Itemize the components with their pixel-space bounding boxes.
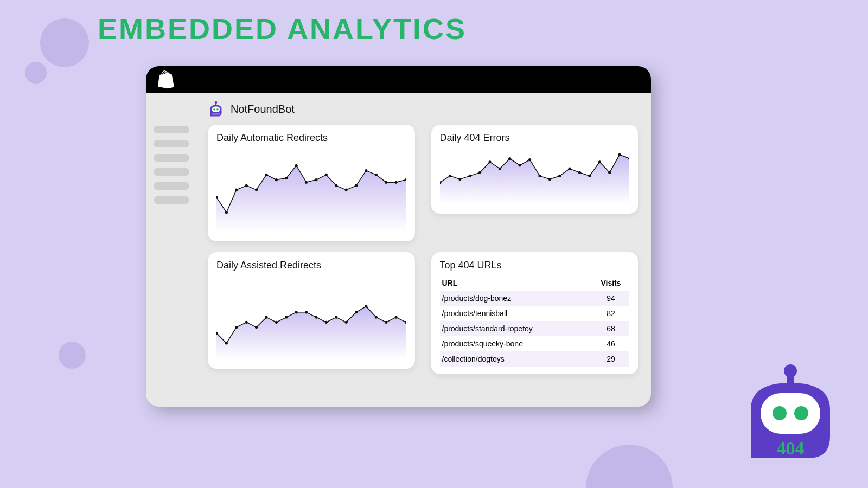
cell-visits: 46: [595, 339, 627, 348]
card-assisted-redirects: Daily Assisted Redirects: [208, 252, 415, 369]
table-row[interactable]: /products/standard-ropetoy68: [440, 321, 630, 336]
sidebar: [146, 93, 197, 407]
svg-point-10: [255, 189, 258, 191]
svg-point-41: [588, 175, 591, 177]
svg-point-51: [265, 316, 267, 319]
svg-point-18: [335, 184, 337, 187]
table-header: URL Visits: [440, 275, 630, 291]
svg-point-48: [235, 326, 238, 329]
svg-point-39: [568, 167, 571, 170]
svg-point-16: [315, 178, 317, 181]
card-top-404-urls: Top 404 URLs URL Visits /products/dog-bo…: [431, 252, 639, 374]
cell-url: /collection/dogtoys: [442, 355, 595, 363]
svg-point-9: [245, 184, 248, 187]
table-row[interactable]: /products/squeeky-bone46: [440, 336, 630, 351]
svg-point-11: [265, 174, 267, 176]
sidebar-item[interactable]: [154, 168, 189, 176]
card-title: Daily Automatic Redirects: [216, 132, 406, 144]
sidebar-item[interactable]: [154, 196, 189, 204]
svg-rect-67: [787, 375, 794, 384]
svg-rect-5: [212, 113, 220, 116]
svg-point-60: [355, 311, 358, 313]
svg-point-14: [295, 164, 298, 167]
svg-rect-68: [761, 393, 820, 434]
col-visits-header: Visits: [595, 279, 627, 287]
svg-point-20: [355, 184, 358, 187]
chart-404-errors: [440, 148, 630, 204]
card-title: Daily 404 Errors: [440, 132, 630, 144]
svg-point-58: [335, 316, 337, 319]
svg-point-28: [458, 178, 461, 181]
svg-point-22: [375, 174, 378, 176]
svg-point-53: [285, 316, 288, 319]
notfoundbot-icon: [208, 101, 224, 117]
table-row[interactable]: /collection/dogtoys29: [440, 351, 630, 367]
svg-point-31: [488, 160, 491, 163]
svg-point-37: [548, 178, 551, 181]
cell-visits: 82: [595, 309, 627, 318]
notfoundbot-logo-large: 404: [744, 363, 837, 466]
svg-point-3: [213, 108, 215, 111]
chart-assisted-redirects: [216, 275, 406, 359]
svg-point-34: [518, 164, 521, 166]
svg-point-13: [285, 177, 288, 179]
card-title: Top 404 URLs: [440, 260, 630, 271]
decorative-circle: [40, 18, 89, 67]
svg-point-59: [345, 321, 348, 324]
svg-point-19: [345, 189, 348, 191]
decorative-circle: [586, 445, 673, 488]
table-row[interactable]: /products/dog-bonez94: [440, 291, 630, 306]
svg-point-17: [325, 174, 328, 176]
svg-point-35: [528, 158, 531, 161]
svg-point-61: [365, 305, 367, 308]
chart-auto-redirects: [216, 148, 406, 232]
svg-point-4: [216, 108, 219, 111]
cell-url: /products/dog-bonez: [442, 294, 595, 303]
svg-point-69: [773, 406, 787, 420]
svg-point-42: [598, 160, 601, 163]
top-urls-table: URL Visits /products/dog-bonez94/product…: [440, 275, 630, 367]
svg-point-55: [305, 311, 308, 313]
cell-url: /products/tennisball: [442, 309, 595, 318]
svg-point-50: [255, 326, 258, 329]
cell-url: /products/standard-ropetoy: [442, 324, 595, 333]
topbar: [146, 66, 651, 93]
svg-point-38: [558, 175, 561, 177]
svg-point-21: [365, 169, 367, 172]
svg-point-44: [618, 153, 621, 156]
svg-point-7: [225, 211, 228, 214]
app-header: NotFoundBot: [208, 101, 638, 117]
svg-point-56: [315, 316, 317, 319]
sidebar-item[interactable]: [154, 126, 189, 133]
svg-point-15: [305, 181, 308, 184]
app-window: NotFoundBot Daily Automatic Redirects Da…: [146, 66, 651, 407]
svg-point-63: [385, 321, 387, 324]
svg-point-33: [508, 157, 511, 160]
svg-point-64: [395, 316, 398, 319]
cell-visits: 29: [595, 355, 627, 363]
card-404-errors: Daily 404 Errors: [431, 125, 639, 214]
svg-point-24: [395, 181, 398, 184]
svg-point-36: [538, 175, 541, 177]
cell-visits: 68: [595, 324, 627, 333]
card-auto-redirects: Daily Automatic Redirects: [208, 125, 415, 241]
svg-point-40: [578, 171, 580, 174]
svg-rect-2: [212, 107, 220, 113]
svg-point-54: [295, 311, 298, 313]
svg-point-52: [275, 321, 278, 324]
svg-point-27: [448, 175, 451, 177]
svg-point-43: [608, 171, 611, 174]
svg-point-32: [498, 167, 501, 170]
card-title: Daily Assisted Redirects: [216, 260, 406, 271]
svg-point-12: [275, 178, 278, 181]
svg-point-62: [375, 316, 378, 319]
sidebar-item[interactable]: [154, 182, 189, 190]
col-url-header: URL: [442, 279, 595, 287]
shopify-icon: [158, 70, 174, 89]
svg-point-70: [794, 406, 808, 420]
decorative-circle: [59, 342, 86, 369]
svg-point-47: [225, 342, 228, 345]
sidebar-item[interactable]: [154, 154, 189, 162]
table-row[interactable]: /products/tennisball82: [440, 306, 630, 321]
sidebar-item[interactable]: [154, 140, 189, 147]
